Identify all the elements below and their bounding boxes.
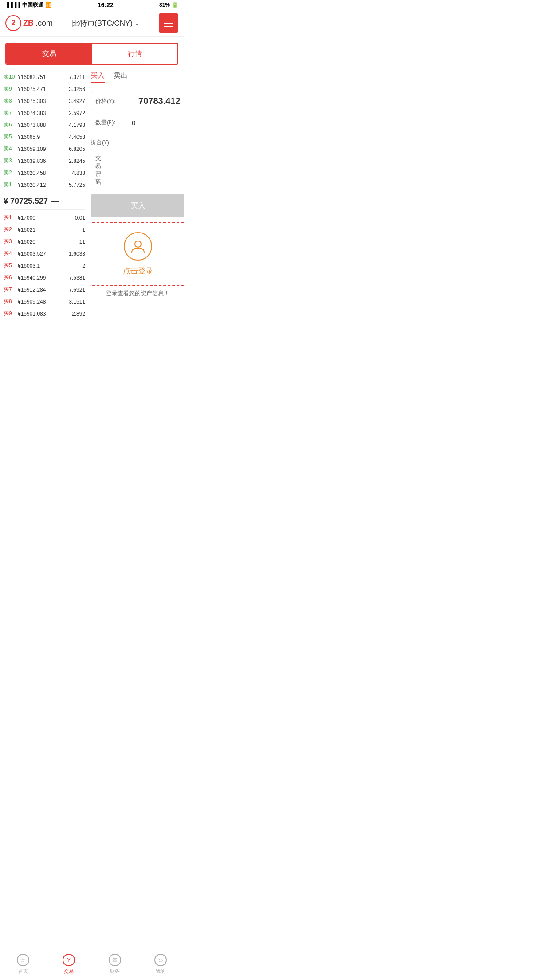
sell-label: 卖6 bbox=[4, 121, 16, 129]
buy-order-row: 买1 ¥17000 0.01 bbox=[4, 212, 85, 224]
buy-label: 买5 bbox=[4, 262, 16, 269]
sell-order-row: 卖9 ¥16075.471 3.3256 bbox=[4, 83, 85, 95]
sell-price: ¥16074.383 bbox=[16, 110, 69, 116]
buy-label: 买7 bbox=[4, 286, 16, 293]
password-label: 交易密码: bbox=[95, 154, 103, 186]
buy-button[interactable]: 买入 bbox=[91, 194, 184, 217]
price-value: 70783.412 bbox=[138, 96, 181, 106]
sell-label: 卖8 bbox=[4, 97, 16, 105]
sell-qty: 7.3711 bbox=[69, 74, 85, 80]
buy-price: ¥15912.284 bbox=[16, 287, 69, 293]
buy-label: 买3 bbox=[4, 238, 16, 245]
sell-order-row: 卖1 ¥16020.412 5.7725 bbox=[4, 179, 85, 191]
buy-qty: 7.5381 bbox=[69, 275, 85, 281]
buy-price: ¥15909.248 bbox=[16, 299, 69, 305]
menu-button[interactable] bbox=[159, 13, 178, 33]
logo-text: ZB bbox=[23, 19, 34, 28]
buy-qty: 11 bbox=[79, 239, 85, 245]
login-desc: 登录查看您的资产信息！ bbox=[91, 289, 184, 297]
sell-price: ¥16020.412 bbox=[16, 182, 69, 188]
logo[interactable]: 2 ZB .com bbox=[5, 15, 53, 31]
buy-label: 买9 bbox=[4, 310, 16, 317]
buy-label: 买8 bbox=[4, 298, 16, 305]
logo-circle: 2 bbox=[5, 15, 21, 31]
sell-qty: 2.8245 bbox=[69, 158, 85, 164]
sell-price: ¥16082.751 bbox=[16, 74, 69, 80]
qty-label: 数量(₿): bbox=[95, 119, 115, 126]
price-row: 价格(¥): 70783.412 bbox=[91, 92, 184, 110]
user-icon bbox=[130, 238, 146, 254]
mid-price: ¥ 70725.527 bbox=[4, 193, 85, 210]
buy-label: 买2 bbox=[4, 226, 16, 233]
tab-trade[interactable]: 交易 bbox=[6, 44, 92, 64]
buy-price: ¥16003.1 bbox=[16, 263, 82, 269]
sell-label: 卖10 bbox=[4, 73, 16, 81]
password-input[interactable] bbox=[103, 166, 181, 174]
sell-qty: 5.7725 bbox=[69, 182, 85, 188]
sell-label: 卖2 bbox=[4, 169, 16, 177]
sell-qty: 6.8205 bbox=[69, 146, 85, 152]
mid-price-direction bbox=[51, 201, 59, 202]
status-bar: ▐▐▐▐ 中国联通 📶 16:22 81% 🔋 bbox=[0, 0, 184, 10]
price-label: 价格(¥): bbox=[95, 97, 116, 105]
logo-domain: .com bbox=[35, 19, 53, 28]
fold-label: 折合(¥): bbox=[91, 135, 184, 150]
sell-qty: 4.838 bbox=[72, 170, 85, 176]
login-prompt[interactable]: 点击登录 bbox=[91, 222, 184, 286]
buy-price: ¥17000 bbox=[16, 215, 75, 221]
sell-qty: 3.3256 bbox=[69, 86, 85, 92]
buy-order-row: 买4 ¥16003.527 1.6033 bbox=[4, 248, 85, 260]
order-book: 卖10 ¥16082.751 7.3711 卖9 ¥16075.471 3.32… bbox=[0, 71, 89, 320]
sell-price: ¥16073.888 bbox=[16, 122, 69, 128]
buy-price: ¥15940.299 bbox=[16, 275, 69, 281]
status-right: 81% 🔋 bbox=[159, 2, 178, 8]
sell-label: 卖3 bbox=[4, 157, 16, 165]
battery-icon: 🔋 bbox=[172, 2, 178, 8]
buy-label: 买6 bbox=[4, 274, 16, 281]
tab-buy[interactable]: 买入 bbox=[91, 71, 105, 83]
price-field-group: 价格(¥): 70783.412 bbox=[91, 92, 184, 110]
sell-qty: 3.4927 bbox=[69, 98, 85, 104]
menu-line2 bbox=[164, 23, 173, 24]
carrier: 中国联通 bbox=[22, 1, 43, 9]
sell-order-row: 卖2 ¥16020.458 4.838 bbox=[4, 167, 85, 179]
qty-row: 数量(₿): bbox=[91, 115, 184, 130]
buy-order-row: 买3 ¥16020 11 bbox=[4, 236, 85, 248]
buy-qty: 0.01 bbox=[75, 215, 85, 221]
sell-qty: 2.5972 bbox=[69, 110, 85, 116]
buy-price: ¥16003.527 bbox=[16, 251, 69, 257]
pair-name: 比特币(BTC/CNY) bbox=[72, 18, 133, 28]
login-avatar bbox=[124, 232, 152, 261]
main-tabs: 交易 行情 bbox=[5, 43, 178, 65]
qty-field-group: 数量(₿): bbox=[91, 115, 184, 130]
sell-price: ¥16075.303 bbox=[16, 98, 69, 104]
status-time: 16:22 bbox=[98, 1, 114, 8]
wifi-icon: 📶 bbox=[45, 2, 52, 8]
buy-order-row: 买8 ¥15909.248 3.1511 bbox=[4, 296, 85, 308]
tab-market[interactable]: 行情 bbox=[92, 44, 177, 64]
tab-sell[interactable]: 卖出 bbox=[114, 71, 128, 83]
buy-label: 买4 bbox=[4, 250, 16, 257]
buy-qty: 2.892 bbox=[72, 311, 85, 317]
qty-input[interactable] bbox=[115, 119, 142, 126]
trade-panel: 买入 卖出 价格(¥): 70783.412 数量(₿): 折合(¥): bbox=[89, 71, 184, 320]
header: 2 ZB .com 比特币(BTC/CNY) ⌄ bbox=[0, 10, 184, 37]
battery-pct: 81% bbox=[159, 2, 170, 8]
signal-icon: ▐▐▐▐ bbox=[5, 2, 20, 8]
buy-order-row: 买6 ¥15940.299 7.5381 bbox=[4, 272, 85, 284]
sell-order-row: 卖6 ¥16073.888 4.1798 bbox=[4, 119, 85, 131]
password-row: 交易密码: bbox=[91, 150, 184, 190]
sell-qty: 4.1798 bbox=[69, 122, 85, 128]
buy-qty: 1 bbox=[82, 227, 85, 233]
sell-order-row: 卖4 ¥16059.109 6.8205 bbox=[4, 143, 85, 155]
buy-price: ¥16021 bbox=[16, 227, 82, 233]
header-title[interactable]: 比特币(BTC/CNY) ⌄ bbox=[72, 18, 140, 28]
sell-price: ¥16075.471 bbox=[16, 86, 69, 92]
buy-order-row: 买9 ¥15901.083 2.892 bbox=[4, 308, 85, 320]
buy-order-row: 买7 ¥15912.284 7.6921 bbox=[4, 284, 85, 296]
sell-label: 卖5 bbox=[4, 133, 16, 141]
buy-price: ¥16020 bbox=[16, 239, 79, 245]
buy-order-row: 买2 ¥16021 1 bbox=[4, 224, 85, 236]
sell-price: ¥16065.9 bbox=[16, 134, 69, 140]
login-text[interactable]: 点击登录 bbox=[123, 266, 153, 276]
